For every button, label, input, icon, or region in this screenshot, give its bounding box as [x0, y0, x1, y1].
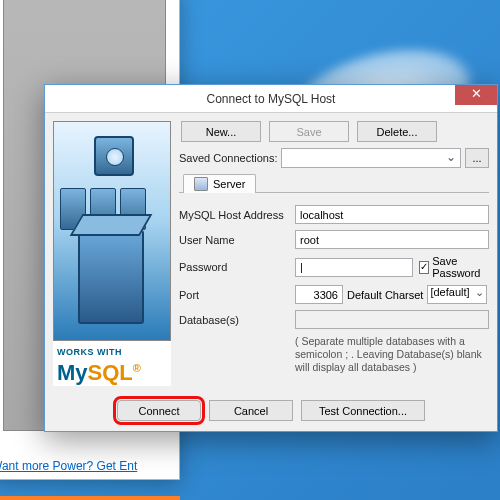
user-input[interactable]: [295, 230, 489, 249]
databases-input[interactable]: [295, 310, 489, 329]
port-label: Port: [179, 289, 291, 301]
databases-label: Database(s): [179, 314, 291, 326]
password-input[interactable]: [295, 258, 413, 277]
dialog-footer: Connect Cancel Test Connection...: [45, 394, 497, 431]
connection-form: MySQL Host Address User Name Password ✓ …: [179, 199, 489, 376]
dialog-main: New... Save Delete... Saved Connections:…: [179, 121, 489, 386]
disk-icon: [94, 136, 134, 176]
logo-my: My: [57, 360, 88, 385]
tabbar: Server: [179, 174, 489, 193]
save-password-label: Save Password: [432, 255, 489, 279]
saved-connections-combo[interactable]: [281, 148, 461, 168]
background-accent: [0, 496, 180, 500]
logo-tagline: WORKS WITH: [57, 347, 167, 357]
password-label: Password: [179, 261, 291, 273]
charset-select[interactable]: [default]: [427, 285, 487, 304]
dialog-title: Connect to MySQL Host: [45, 92, 497, 106]
host-input[interactable]: [295, 205, 489, 224]
browse-connections-button[interactable]: ...: [465, 148, 489, 168]
host-label: MySQL Host Address: [179, 209, 291, 221]
tab-server[interactable]: Server: [183, 174, 256, 193]
sidebar-art: [53, 121, 171, 341]
titlebar: Connect to MySQL Host ✕: [45, 85, 497, 113]
saved-connections-label: Saved Connections:: [179, 152, 277, 164]
checkbox-icon: ✓: [419, 261, 429, 274]
delete-button[interactable]: Delete...: [357, 121, 437, 142]
port-input[interactable]: [295, 285, 343, 304]
user-label: User Name: [179, 234, 291, 246]
test-connection-button[interactable]: Test Connection...: [301, 400, 425, 421]
charset-label: Default Charset: [347, 289, 423, 301]
save-button: Save: [269, 121, 349, 142]
logo-sql: SQL: [88, 360, 133, 385]
promo-link[interactable]: Want more Power? Get Ent: [0, 459, 137, 473]
save-password-checkbox[interactable]: ✓ Save Password: [419, 255, 489, 279]
tab-label: Server: [213, 178, 245, 190]
dialog-sidebar: WORKS WITH MySQL®: [53, 121, 171, 386]
connect-dialog: Connect to MySQL Host ✕ WORKS WITH MySQL…: [44, 84, 498, 432]
databases-hint: ( Separate multiple databases with a sem…: [295, 335, 489, 374]
cancel-button[interactable]: Cancel: [209, 400, 293, 421]
server-icon: [78, 230, 144, 324]
server-tab-icon: [194, 177, 208, 191]
mysql-logo: WORKS WITH MySQL®: [53, 341, 171, 386]
connect-button[interactable]: Connect: [117, 400, 201, 421]
new-button[interactable]: New...: [181, 121, 261, 142]
close-button[interactable]: ✕: [455, 85, 497, 105]
